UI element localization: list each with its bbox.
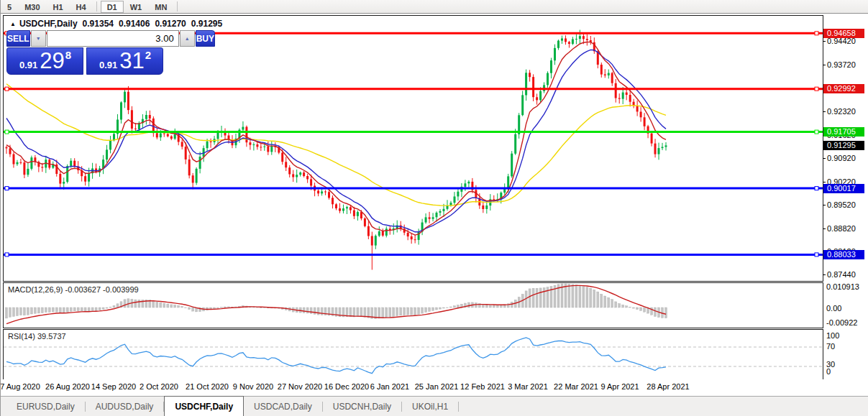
buy-price-pip: 2 (145, 49, 151, 61)
price-tick-label: 0.90220 (827, 177, 856, 186)
date-label: 2 Oct 2020 (140, 382, 178, 391)
price-tick-label: 0.91620 (827, 131, 856, 139)
rsi-indicator-label: RSI(14) 39.5737 (8, 332, 66, 341)
rsi-tick-label: 0 (826, 367, 831, 376)
sell-price-big: 29 (40, 49, 64, 73)
date-label: 21 Oct 2020 (186, 382, 229, 391)
rsi-chart-canvas[interactable] (4, 330, 823, 378)
ohlc-close: 0.91295 (191, 19, 222, 29)
timeframe-button-d1[interactable]: D1 (101, 1, 124, 13)
timeframe-button-h1[interactable]: H1 (47, 1, 70, 13)
line-drag-handle (815, 253, 818, 256)
sell-price-button[interactable]: 0.91298 (6, 47, 83, 75)
date-label: 16 Dec 2020 (324, 382, 369, 391)
price-line-badge: 0.94658 (823, 29, 864, 38)
timeframe-button-5[interactable]: 5 (1, 1, 18, 13)
date-label: 12 Feb 2021 (460, 382, 505, 391)
rsi-tick-label: 30 (826, 360, 835, 369)
date-label: 7 Aug 2020 (0, 382, 40, 391)
price-tick-label: 0.88120 (827, 247, 856, 256)
sell-price-pip: 8 (65, 49, 71, 61)
rsi-tick-label: 100 (826, 331, 839, 340)
price-tick-label: 0.90920 (827, 154, 856, 162)
chart-tab-audusd[interactable]: AUDUSD,Daily (86, 397, 164, 416)
one-click-trading-panel: SELL ▼ ▲ BUY 0.91298 0.91312 (6, 30, 163, 75)
tab-separator (458, 402, 459, 412)
timeframe-toolbar: 5M30H1H4D1W1MN (1, 0, 868, 14)
date-label: 25 Jan 2021 (415, 382, 459, 391)
price-line-badge: 0.91705 (823, 127, 864, 137)
date-label: 28 Apr 2021 (647, 382, 689, 391)
date-label: 9 Nov 2020 (233, 382, 273, 391)
price-tick-label: 0.93020 (827, 83, 856, 92)
rsi-line (6, 338, 666, 374)
line-drag-handle (815, 32, 818, 35)
timeframe-button-h4[interactable]: H4 (70, 1, 93, 13)
macd-tick-label: 0.010913 (826, 282, 859, 291)
date-axis[interactable]: 7 Aug 202026 Aug 202014 Sep 20202 Oct 20… (4, 379, 823, 396)
price-tick-label: 0.93720 (827, 60, 856, 69)
price-tick-label: 0.87440 (827, 270, 856, 279)
toolbar-separator (96, 1, 97, 11)
symbol-arrow-icon: ▲ (10, 21, 16, 27)
macd-tick-label: 0.00 (826, 304, 841, 313)
price-tick-label: 0.94420 (827, 37, 856, 45)
ohlc-high: 0.91406 (119, 19, 150, 29)
date-label: 22 Mar 2021 (554, 382, 598, 391)
current-price-badge: 0.91295 (823, 141, 864, 150)
rsi-tick-label: 70 (826, 342, 835, 351)
date-label: 14 Sep 2020 (91, 382, 136, 391)
chart-tab-usdchf[interactable]: USDCHF,Daily (164, 396, 244, 416)
macd-indicator-label: MACD(12,26,9) -0.003627 -0.003999 (8, 285, 139, 294)
volume-increase-button[interactable]: ▲ (180, 30, 195, 47)
date-label: 3 Mar 2021 (508, 382, 548, 391)
buy-price-prefix: 0.91 (99, 60, 117, 70)
ohlc-open: 0.91354 (83, 19, 114, 29)
line-drag-handle (815, 187, 818, 190)
triangle-up-icon: ▲ (185, 36, 190, 41)
line-drag-handle (5, 130, 9, 134)
price-tick-label: 0.89520 (827, 200, 856, 209)
timeframe-button-m30[interactable]: M30 (18, 1, 46, 13)
price-tick-label: 0.92320 (827, 107, 856, 116)
ohlc-low: 0.91270 (155, 19, 186, 29)
chart-tabs-bar: EURUSD,DailyAUDUSD,DailyUSDCHF,DailyUSDC… (1, 396, 868, 416)
chart-tab-usdcnh[interactable]: USDCNH,Daily (323, 397, 401, 416)
sell-button[interactable]: SELL (6, 30, 30, 47)
chart-title: ▲ USDCHF,Daily 0.91354 0.91406 0.91270 0… (10, 19, 227, 29)
buy-price-big: 31 (119, 49, 144, 73)
price-line-badge: 0.88033 (823, 250, 864, 259)
chart-tab-usdcad[interactable]: USDCAD,Daily (244, 397, 322, 416)
price-tick-label: 0.88820 (827, 224, 856, 233)
chart-tab-ukoil[interactable]: UKOil,H1 (402, 397, 458, 416)
line-drag-handle (5, 253, 9, 256)
price-line-badge: 0.90017 (823, 184, 864, 193)
volume-decrease-button[interactable]: ▼ (31, 30, 46, 47)
chart-symbol-label: USDCHF,Daily (19, 19, 78, 29)
timeframe-button-w1[interactable]: W1 (124, 1, 149, 13)
date-label: 6 Jan 2021 (370, 382, 409, 391)
volume-spinner: ▼ ▲ (31, 30, 195, 47)
price-line-badge: 0.92992 (823, 84, 864, 93)
triangle-down-icon: ▼ (36, 36, 41, 41)
date-label: 9 Apr 2021 (600, 382, 639, 391)
toolbar-separator (177, 1, 178, 11)
line-drag-handle (5, 87, 9, 91)
timeframe-button-mn[interactable]: MN (148, 1, 173, 13)
sell-price-prefix: 0.91 (19, 60, 37, 70)
chart-tab-eurusd[interactable]: EURUSD,Daily (6, 397, 85, 416)
line-drag-handle (815, 87, 818, 91)
macd-tick-label: -0.00922 (826, 318, 857, 327)
buy-price-button[interactable]: 0.91312 (86, 47, 163, 75)
line-drag-handle (5, 187, 9, 190)
line-drag-handle (815, 130, 818, 134)
mt4-terminal-window: 5M30H1H4D1W1MN ▲ USDCHF,Daily 0.91354 0.… (0, 0, 868, 416)
date-label: 27 Nov 2020 (278, 382, 322, 391)
volume-input[interactable] (47, 30, 179, 47)
date-label: 26 Aug 2020 (45, 382, 90, 391)
buy-button[interactable]: BUY (196, 30, 215, 47)
